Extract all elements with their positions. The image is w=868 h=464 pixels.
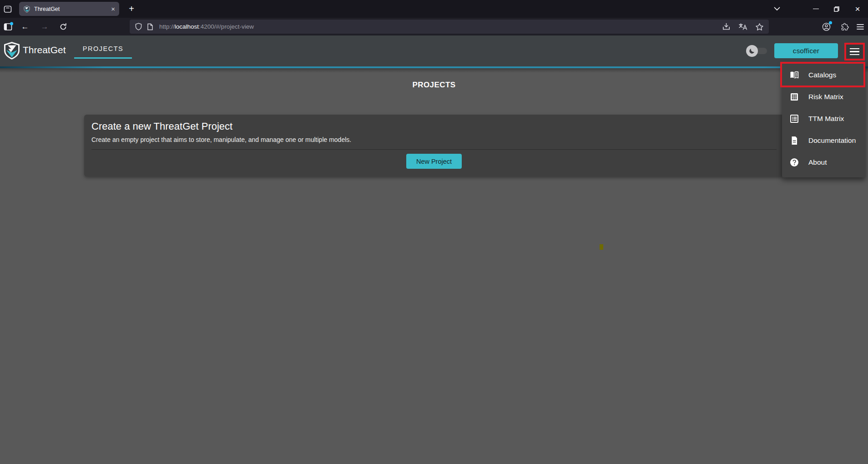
- tab-favicon-shield-icon: [23, 5, 30, 13]
- tab-close-icon[interactable]: ×: [111, 5, 115, 12]
- menu-item-label: TTM Matrix: [808, 115, 844, 123]
- user-button[interactable]: csofficer: [774, 43, 838, 58]
- menu-item-risk-matrix[interactable]: Risk Matrix: [782, 86, 865, 108]
- app-menu-button[interactable]: [844, 43, 865, 61]
- list-box-icon: [789, 113, 800, 124]
- save-page-icon[interactable]: [722, 23, 730, 30]
- browser-toolbar: ← → http://localhost:4200/#/project-view: [0, 18, 868, 35]
- browser-menu-icon[interactable]: [854, 24, 866, 30]
- tab-title: ThreatGet: [34, 6, 60, 12]
- document-icon: [789, 135, 800, 146]
- screen-artifact: [600, 244, 603, 250]
- help-circle-icon: [789, 157, 800, 168]
- firefox-view-icon[interactable]: [0, 0, 15, 18]
- url-bar[interactable]: http://localhost:4200/#/project-view: [130, 20, 769, 34]
- url-text[interactable]: http://localhost:4200/#/project-view: [159, 23, 254, 30]
- browser-tab[interactable]: ThreatGet ×: [19, 2, 119, 16]
- url-scheme: http://: [159, 23, 175, 30]
- menu-item-label: Risk Matrix: [808, 93, 843, 101]
- threatget-logo-icon: [4, 41, 20, 60]
- url-host: localhost: [175, 23, 199, 30]
- sidebar-notification-dot: [10, 22, 13, 25]
- bookmark-star-icon[interactable]: [756, 23, 763, 30]
- minimize-icon[interactable]: [805, 0, 826, 18]
- browser-tab-bar: ThreatGet × + ×: [0, 0, 868, 18]
- app-dropdown-menu: Catalogs Risk Matrix TTM Matrix: [782, 64, 865, 177]
- menu-item-catalogs[interactable]: Catalogs: [782, 64, 865, 86]
- new-tab-button[interactable]: +: [126, 4, 137, 14]
- menu-item-about[interactable]: About: [782, 151, 865, 173]
- url-path: :4200/#/project-view: [199, 23, 254, 30]
- app-header: ThreatGet PROJECTS csofficer: [0, 35, 868, 66]
- sidebar-icon[interactable]: [4, 23, 12, 30]
- menu-item-ttm-matrix[interactable]: TTM Matrix: [782, 108, 865, 130]
- extensions-icon[interactable]: [839, 23, 851, 30]
- menu-item-label: Catalogs: [808, 71, 836, 79]
- account-icon[interactable]: [820, 22, 832, 31]
- window-controls: ×: [768, 0, 868, 18]
- tab-projects[interactable]: PROJECTS: [74, 45, 132, 59]
- brand-title: ThreatGet: [23, 45, 66, 55]
- new-project-button[interactable]: New Project: [406, 154, 462, 169]
- tracking-shield-icon[interactable]: [135, 23, 142, 30]
- close-icon[interactable]: ×: [847, 0, 868, 18]
- card-title: Create a new ThreatGet Project: [91, 121, 777, 132]
- main-content: PROJECTS Create a new ThreatGet Project …: [0, 68, 868, 464]
- page-title: PROJECTS: [0, 81, 868, 90]
- translate-icon[interactable]: [739, 23, 747, 30]
- forward-icon[interactable]: →: [40, 22, 50, 31]
- account-notification-dot: [829, 21, 832, 24]
- card-description: Create an empty project that aims to sto…: [91, 136, 777, 143]
- moon-icon: [746, 45, 758, 57]
- page-icon[interactable]: [147, 23, 153, 30]
- reload-icon[interactable]: [58, 23, 68, 30]
- theme-toggle[interactable]: [746, 45, 768, 57]
- tab-list-chevron-icon[interactable]: [768, 7, 786, 11]
- menu-item-label: Documentation: [808, 136, 856, 145]
- menu-item-documentation[interactable]: Documentation: [782, 130, 865, 151]
- create-project-card: Create a new ThreatGet Project Create an…: [84, 115, 784, 177]
- restore-icon[interactable]: [826, 0, 847, 18]
- grid-icon: [789, 91, 800, 102]
- book-open-icon: [789, 70, 800, 81]
- menu-item-label: About: [808, 158, 827, 166]
- back-icon[interactable]: ←: [20, 22, 30, 31]
